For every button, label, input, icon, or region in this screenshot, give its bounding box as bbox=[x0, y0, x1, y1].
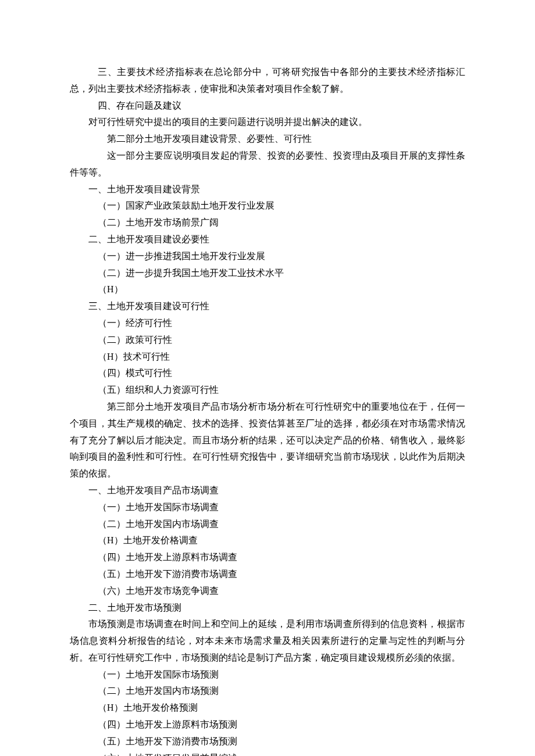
text-line: 第二部分土地开发项目建设背景、必要性、可行性 bbox=[70, 131, 465, 148]
text-line: （五）组织和人力资源可行性 bbox=[70, 382, 465, 399]
text-line: （H）技术可行性 bbox=[70, 349, 465, 366]
text-line: （H）土地开发价格调查 bbox=[70, 532, 465, 549]
text-line: （四）土地开发上游原料市场调查 bbox=[70, 549, 465, 566]
text-line: 三、主要技术经济指标表在总论部分中，可将研究报告中各部分的主要技术经济指标汇总，… bbox=[70, 64, 465, 98]
text-line: 市场预测是市场调查在时间上和空间上的延续，是利用市场调查所得到的信息资料，根据市… bbox=[70, 616, 465, 666]
text-line: 一、土地开发项目产品市场调查 bbox=[70, 482, 465, 499]
text-line: （五）土地开发下游消费市场预测 bbox=[70, 733, 465, 750]
text-line: （二）土地开发市场前景广阔 bbox=[70, 214, 465, 231]
text-line: （六）土地开发市场竞争调查 bbox=[70, 583, 465, 600]
text-line: （H） bbox=[70, 281, 465, 298]
text-line: （一）进一步推进我国土地开发行业发展 bbox=[70, 248, 465, 265]
text-line: （四）模式可行性 bbox=[70, 365, 465, 382]
text-line: 三、土地开发项目建设可行性 bbox=[70, 298, 465, 315]
text-line: （H）土地开发价格预测 bbox=[70, 700, 465, 716]
document-body: 三、主要技术经济指标表在总论部分中，可将研究报告中各部分的主要技术经济指标汇总，… bbox=[70, 64, 465, 756]
document-page: 三、主要技术经济指标表在总论部分中，可将研究报告中各部分的主要技术经济指标汇总，… bbox=[0, 0, 535, 756]
text-line: （一）国家产业政策鼓励土地开发行业发展 bbox=[70, 198, 465, 214]
text-line: （六）土地开发项目发展前景综述 bbox=[70, 750, 465, 756]
text-line: 二、土地开发市场预测 bbox=[70, 600, 465, 617]
text-line: （五）土地开发下游消费市场调查 bbox=[70, 566, 465, 583]
text-line: （二）进一步提升我国土地开发工业技术水平 bbox=[70, 265, 465, 282]
text-line: （二）土地开发国内市场预测 bbox=[70, 683, 465, 700]
text-line: （二）土地开发国内市场调查 bbox=[70, 516, 465, 533]
text-line: （二）政策可行性 bbox=[70, 332, 465, 349]
text-line: 这一部分主要应说明项目发起的背景、投资的必要性、投资理由及项目开展的支撑性条件等… bbox=[70, 148, 465, 181]
text-line: 第三部分土地开发项目产品市场分析市场分析在可行性研究中的重要地位在于，任何一个项… bbox=[70, 399, 465, 482]
text-line: 对可行性研究中提出的项目的主要问题进行说明并提出解决的建议。 bbox=[70, 114, 465, 131]
text-line: （一）经济可行性 bbox=[70, 315, 465, 332]
text-line: （一）土地开发国际市场预测 bbox=[70, 667, 465, 683]
text-line: （四）土地开发上游原料市场预测 bbox=[70, 716, 465, 733]
text-line: 一、土地开发项目建设背景 bbox=[70, 181, 465, 198]
text-line: （一）土地开发国际市场调查 bbox=[70, 499, 465, 516]
text-line: 四、存在问题及建议 bbox=[70, 98, 465, 114]
text-line: 二、土地开发项目建设必要性 bbox=[70, 231, 465, 248]
